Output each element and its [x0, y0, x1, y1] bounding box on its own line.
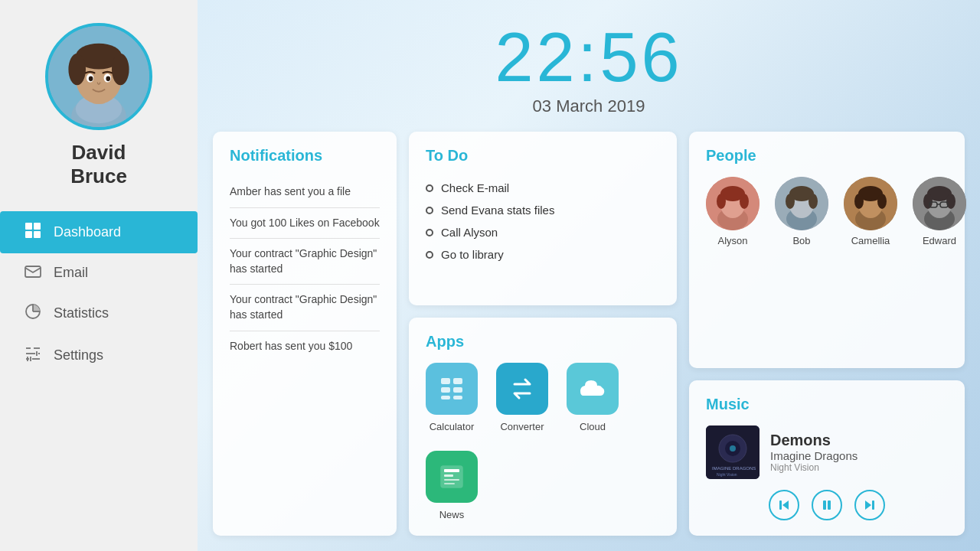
svg-rect-75: [823, 500, 826, 510]
svg-rect-37: [444, 474, 453, 477]
svg-point-57: [877, 194, 887, 209]
notifications-column: Notifications Amber has sent you a file …: [213, 132, 397, 536]
svg-rect-78: [872, 500, 874, 510]
todo-item-0: Check E-mail: [426, 177, 660, 199]
calculator-label: Calculator: [430, 421, 475, 432]
todo-dot: [426, 251, 433, 259]
clock-time: 22:56: [198, 23, 980, 92]
news-label: News: [439, 509, 465, 520]
cloud-label: Cloud: [580, 421, 606, 432]
news-icon: [426, 451, 478, 503]
svg-rect-12: [25, 223, 32, 230]
todo-dot: [426, 184, 433, 192]
person-bob-name: Bob: [792, 235, 810, 246]
sidebar-item-email[interactable]: Email: [0, 253, 198, 292]
user-avatar: [45, 23, 152, 130]
svg-point-11: [106, 77, 110, 82]
settings-icon: [23, 345, 43, 366]
person-bob[interactable]: Bob: [775, 177, 828, 246]
svg-point-56: [854, 194, 864, 209]
avatar-camellia: [844, 177, 897, 230]
pause-button[interactable]: [812, 490, 842, 520]
sidebar-item-statistics[interactable]: Statistics: [0, 292, 198, 334]
app-item-news[interactable]: News: [426, 451, 478, 520]
music-content: IMAGINE DRAGONS Night Vision Demons Imag…: [706, 425, 948, 479]
calculator-icon: [426, 363, 478, 415]
person-edward[interactable]: Edward: [913, 177, 966, 246]
todo-title: To Do: [426, 147, 660, 165]
svg-point-70: [730, 445, 736, 452]
sidebar-item-settings[interactable]: Settings: [0, 334, 198, 377]
widget-grid: Notifications Amber has sent you a file …: [198, 132, 980, 551]
svg-rect-39: [444, 483, 455, 484]
music-info: Demons Imagine Dragons Night Vision: [770, 432, 858, 473]
next-button[interactable]: [854, 490, 885, 520]
music-song-title: Demons: [770, 432, 858, 449]
people-card: People: [689, 132, 965, 368]
svg-rect-30: [453, 378, 462, 384]
todo-dot: [426, 229, 433, 236]
email-icon: [23, 264, 43, 282]
sidebar-item-email-label: Email: [54, 265, 88, 281]
user-name: David Bruce: [70, 141, 127, 188]
svg-text:Night Vision: Night Vision: [717, 472, 737, 477]
converter-icon: [496, 363, 548, 415]
svg-rect-74: [779, 500, 782, 510]
sidebar-item-statistics-label: Statistics: [54, 305, 109, 321]
notif-item-2: Your contract "Graphic Design" has start…: [230, 239, 380, 285]
nav-menu: Dashboard Email Statistics: [0, 211, 198, 377]
dashboard-icon: [23, 222, 43, 243]
person-alyson[interactable]: Alyson: [706, 177, 760, 246]
todo-dot: [426, 207, 433, 214]
svg-rect-14: [25, 231, 32, 238]
people-title: People: [706, 147, 948, 165]
notifications-title: Notifications: [230, 147, 380, 165]
sidebar-item-settings-label: Settings: [54, 347, 103, 364]
svg-point-7: [112, 54, 129, 85]
notif-item-3: Your contract "Graphic Design" has start…: [230, 285, 380, 331]
person-camellia-name: Camellia: [851, 235, 890, 246]
svg-rect-76: [828, 500, 831, 510]
svg-rect-15: [34, 231, 41, 238]
music-controls: [706, 490, 948, 520]
svg-point-6: [68, 54, 86, 85]
svg-point-51: [808, 194, 818, 209]
todo-item-1: Send Evana stats files: [426, 199, 660, 221]
cloud-icon: [567, 363, 619, 415]
notifications-list: Amber has sent you a file You got 100 Li…: [230, 177, 380, 361]
notif-item-1: You got 100 Likes on Facebook: [230, 208, 380, 240]
svg-rect-31: [441, 387, 450, 393]
svg-rect-34: [453, 396, 462, 399]
svg-point-62: [923, 194, 933, 209]
svg-point-45: [740, 194, 749, 209]
prev-button[interactable]: [769, 490, 799, 520]
right-column: People: [689, 132, 965, 536]
music-title: Music: [706, 396, 948, 413]
apps-row: Calculator Converter: [426, 363, 660, 520]
music-album-name: Night Vision: [770, 462, 858, 473]
people-row: Alyson: [706, 177, 948, 246]
music-card: Music IMAGINE DRAGONS Night Vision: [689, 380, 965, 536]
app-item-cloud[interactable]: Cloud: [567, 363, 619, 432]
clock-area: 22:56 03 March 2019: [198, 0, 980, 132]
svg-rect-36: [444, 469, 459, 472]
music-artist: Imagine Dragons: [770, 449, 858, 462]
svg-rect-29: [441, 378, 450, 384]
todo-list: Check E-mail Send Evana stats files Call…: [426, 177, 660, 266]
sidebar-item-dashboard[interactable]: Dashboard: [0, 211, 198, 253]
app-item-calculator[interactable]: Calculator: [426, 363, 478, 432]
avatar-bob: [775, 177, 828, 230]
notif-item-4: Robert has sent you $100: [230, 331, 380, 362]
statistics-icon: [23, 303, 43, 324]
notifications-card: Notifications Amber has sent you a file …: [213, 132, 397, 536]
svg-rect-33: [441, 396, 450, 399]
svg-marker-73: [782, 500, 789, 510]
notif-item-0: Amber has sent you a file: [230, 177, 380, 208]
avatar-alyson: [706, 177, 760, 230]
sidebar: David Bruce Dashboard: [0, 0, 198, 551]
person-camellia[interactable]: Camellia: [844, 177, 897, 246]
app-item-converter[interactable]: Converter: [496, 363, 548, 432]
apps-card: Apps: [409, 318, 677, 536]
clock-date: 03 March 2019: [198, 96, 980, 116]
todo-item-3: Go to library: [426, 243, 660, 266]
